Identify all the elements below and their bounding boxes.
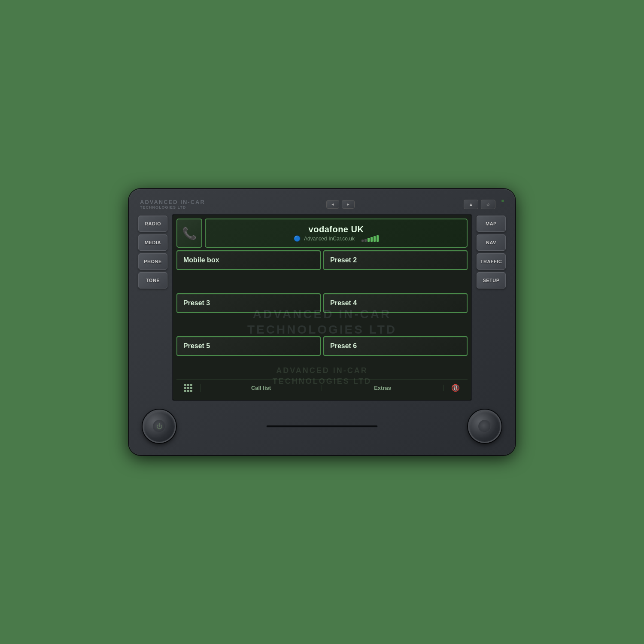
right-knob-inner (478, 420, 491, 433)
signal-bar-6 (377, 235, 379, 242)
preset-6-button[interactable]: Preset 6 (323, 336, 468, 356)
left-knob-area: ⏻ (143, 410, 194, 443)
carrier-url: Advanced-InCar.co.uk (304, 236, 355, 242)
signal-bar-1 (361, 240, 364, 242)
grid-icon (184, 384, 192, 392)
preset-2-button[interactable]: Preset 2 (323, 250, 468, 270)
left-side-buttons: RADIO MEDIA PHONE TONE (138, 214, 167, 401)
phone-icon-box: 📞 (176, 219, 202, 248)
car-head-unit: ADVANCED IN-CAR TECHNOLOGIES LTD ADVANCE… (129, 189, 515, 455)
radio-button[interactable]: RADIO (138, 216, 167, 232)
signal-bar-5 (374, 236, 376, 242)
favorite-button[interactable]: ☆ (481, 200, 495, 209)
signal-bar-4 (371, 237, 373, 242)
extras-button[interactable]: Extras (322, 385, 444, 391)
device-bottom: ⏻ (138, 403, 506, 446)
screen-header: 📞 vodafone UK 🔵 Advanced-InCar.co.uk (176, 219, 468, 248)
media-button[interactable]: MEDIA (138, 234, 167, 251)
grid-view-button[interactable] (176, 384, 200, 392)
brand-logo: ADVANCED IN-CAR TECHNOLOGIES LTD (140, 199, 217, 210)
setup-button[interactable]: SETUP (477, 272, 506, 289)
preset-5-button[interactable]: Preset 5 (176, 336, 321, 356)
preset-4-button[interactable]: Preset 4 (323, 293, 468, 313)
right-side-buttons: MAP NAV TRAFFIC SETUP (477, 214, 506, 401)
device-bottom-center (194, 425, 450, 428)
phone-button[interactable]: PHONE (138, 253, 167, 270)
mobile-box-button[interactable]: Mobile box (176, 250, 321, 270)
tone-button[interactable]: TONE (138, 272, 167, 289)
signal-strength (361, 235, 379, 242)
right-knob[interactable] (468, 410, 501, 443)
bluetooth-icon: 🔵 (294, 235, 301, 242)
device-main: RADIO MEDIA PHONE TONE 📞 vodafone UK (138, 214, 506, 401)
right-knob-area (450, 410, 501, 443)
phone-call-icon: 📞 (182, 226, 197, 240)
nav-button[interactable]: NAV (477, 234, 506, 251)
preset-grid: Mobile box Preset 2 Preset 3 Preset 4 Pr… (176, 250, 468, 377)
eject-button[interactable]: ▲ (464, 200, 478, 209)
left-knob-inner: ⏻ (153, 420, 166, 433)
main-screen: 📞 vodafone UK 🔵 Advanced-InCar.co.uk (173, 215, 471, 400)
phone-end-button[interactable]: 📵 (444, 384, 468, 392)
track-controls: ◄ ► (326, 200, 355, 209)
call-list-button[interactable]: Call list (200, 385, 322, 391)
power-icon: ⏻ (156, 423, 162, 430)
prev-track-button[interactable]: ◄ (326, 200, 339, 209)
next-track-button[interactable]: ► (342, 200, 355, 209)
left-knob[interactable]: ⏻ (143, 410, 176, 443)
signal-bar-2 (365, 239, 367, 242)
traffic-button[interactable]: TRAFFIC (477, 253, 506, 270)
map-button[interactable]: MAP (477, 216, 506, 232)
top-right-buttons: ▲ ☆ (464, 200, 504, 209)
carrier-info-box: vodafone UK 🔵 Advanced-InCar.co.uk (205, 219, 468, 248)
carrier-details: 🔵 Advanced-InCar.co.uk (210, 235, 462, 242)
screen-nav-bar: Call list Extras 📵 (176, 379, 468, 396)
cd-slot (266, 425, 378, 428)
carrier-name: vodafone UK (309, 225, 364, 234)
device-top-bar: ADVANCED IN-CAR TECHNOLOGIES LTD ◄ ► ▲ ☆ (138, 197, 506, 212)
preset-3-button[interactable]: Preset 3 (176, 293, 321, 313)
signal-bar-3 (368, 238, 370, 242)
screen-container: 📞 vodafone UK 🔵 Advanced-InCar.co.uk (172, 214, 472, 401)
status-led (501, 200, 504, 202)
